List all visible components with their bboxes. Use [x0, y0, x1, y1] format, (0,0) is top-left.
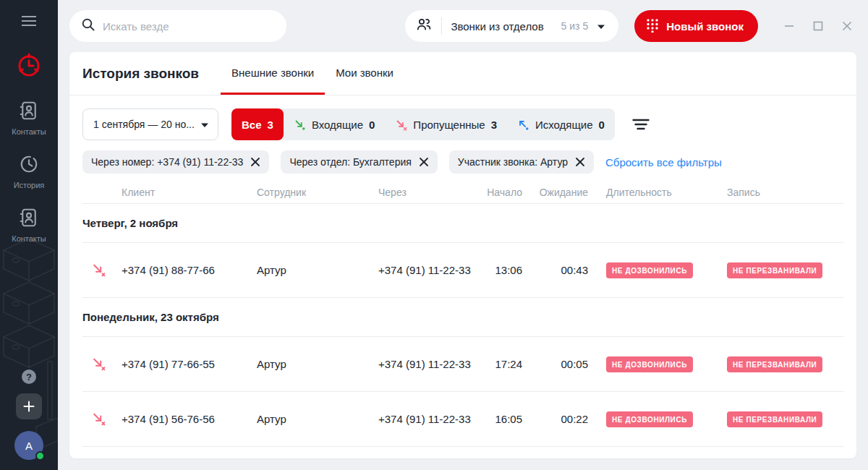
status-badge: НЕ ДОЗВОНИЛИСЬ: [606, 262, 693, 278]
status-badge: НЕ ПЕРЕЗВАНИВАЛИ: [727, 411, 822, 427]
topbar: Звонки из отделов 5 из 5 Новый звонок: [58, 0, 868, 52]
missed-call-icon: [82, 411, 122, 427]
chip-close-icon[interactable]: [575, 157, 585, 167]
wait-duration: 00:22: [522, 413, 588, 425]
employee-name: Артур: [257, 358, 378, 370]
group-icon: [415, 16, 433, 36]
wait-duration: 00:05: [522, 358, 588, 370]
global-search[interactable]: [69, 10, 286, 42]
column-header: Запись: [709, 187, 843, 198]
sidebar-item-contacts-1[interactable]: Контакты: [12, 100, 46, 136]
search-input[interactable]: [103, 20, 275, 33]
group-date-header: Понедельник, 23 октября: [82, 298, 843, 337]
start-time: 13:06: [487, 264, 522, 276]
menu-burger-icon[interactable]: [16, 10, 42, 35]
column-header: Клиент: [122, 187, 257, 198]
status-badge: НЕ ДОЗВОНИЛИСЬ: [606, 356, 693, 372]
filter-chip: Через отдел: Бухгалтерия: [281, 150, 437, 174]
chevron-down-icon: [597, 20, 605, 33]
maximize-button[interactable]: [813, 21, 823, 31]
outgoing-call-icon: [517, 119, 529, 131]
missed-call-icon: [395, 119, 407, 131]
filter-chip-label: Через отдел: Бухгалтерия: [289, 156, 411, 168]
segment-label: Входящие: [312, 119, 363, 131]
page-title: История звонков: [69, 66, 199, 82]
filters-row: 1 сентября — 20 но... Все3Входящие0Пропу…: [82, 108, 843, 140]
call-history-card: История звонков Внешние звонки Мои звонк…: [69, 52, 856, 458]
filter-chip-label: Через номер: +374 (91) 11-22-33: [91, 156, 243, 168]
column-header: Ожидание: [522, 187, 588, 198]
sidebar-item-label: История: [14, 181, 45, 189]
reset-all-filters-link[interactable]: Сбросить все фильтры: [605, 156, 722, 168]
filter-chip: Через номер: +374 (91) 11-22-33: [82, 150, 269, 174]
avatar[interactable]: A: [14, 431, 43, 460]
help-icon[interactable]: ?: [21, 369, 37, 388]
group-date-header: Четверг, 2 ноября: [82, 204, 843, 243]
active-filter-chips: Через номер: +374 (91) 11-22-33Через отд…: [82, 150, 843, 174]
call-row[interactable]: +374 (91) 77-66-55Артур+374 (91) 11-22-3…: [82, 337, 843, 392]
client-number: +374 (91) 77-66-55: [122, 358, 257, 370]
column-header: Сотрудник: [257, 187, 378, 198]
segment-count: 0: [369, 119, 375, 131]
segment-all[interactable]: Все3: [231, 108, 284, 140]
duration-cell: НЕ ДОЗВОНИЛИСЬ: [588, 356, 709, 372]
column-header: Через: [378, 187, 487, 198]
sidebar-item-contacts-2[interactable]: Контакты: [12, 207, 46, 243]
via-number: +374 (91) 11-22-33: [378, 358, 487, 370]
employee-name: Артур: [257, 264, 378, 276]
segment-missed-call[interactable]: Пропущенные3: [385, 108, 507, 140]
segment-label: Все: [242, 119, 262, 131]
minimize-button[interactable]: [784, 21, 794, 31]
column-header: Длительность: [588, 187, 709, 198]
segment-count: 3: [491, 119, 497, 131]
filter-icon[interactable]: [626, 111, 655, 137]
client-number: +374 (91) 88-77-66: [122, 264, 257, 276]
new-call-button[interactable]: Новый звонок: [634, 10, 758, 42]
start-time: 17:24: [487, 358, 522, 370]
missed-call-icon: [82, 356, 122, 372]
svg-text:?: ?: [26, 372, 32, 383]
add-button[interactable]: [16, 393, 42, 419]
segment-outgoing-call[interactable]: Исходящие0: [507, 108, 615, 140]
close-button[interactable]: [842, 21, 852, 31]
departments-dropdown[interactable]: Звонки из отделов 5 из 5: [405, 10, 618, 42]
incoming-call-icon: [294, 119, 306, 131]
missed-call-icon: [82, 262, 122, 278]
tab-external-calls[interactable]: Внешние звонки: [221, 52, 325, 95]
main-area: Звонки из отделов 5 из 5 Новый звонок: [58, 0, 868, 470]
tab-my-calls[interactable]: Мои звонки: [325, 52, 404, 95]
chip-close-icon[interactable]: [250, 157, 260, 167]
segment-incoming-call[interactable]: Входящие0: [284, 108, 385, 140]
via-number: +374 (91) 11-22-33: [378, 264, 487, 276]
divider: [441, 17, 442, 35]
record-cell: НЕ ПЕРЕЗВАНИВАЛИ: [709, 356, 843, 372]
departments-count: 5 из 5: [561, 20, 589, 32]
call-type-segments: Все3Входящие0Пропущенные3Исходящие0: [231, 108, 615, 140]
duration-cell: НЕ ДОЗВОНИЛИСЬ: [588, 262, 709, 278]
table-header: КлиентСотрудникЧерезНачалоОжиданиеДлител…: [82, 181, 843, 204]
dialpad-icon: [646, 18, 659, 35]
sidebar-item-label: Контакты: [12, 234, 46, 243]
date-range-dropdown[interactable]: 1 сентября — 20 но...: [82, 108, 218, 140]
status-badge: НЕ ДОЗВОНИЛИСЬ: [606, 411, 693, 427]
client-number: +374 (91) 56-76-56: [122, 413, 257, 425]
segment-label: Исходящие: [535, 119, 593, 131]
via-number: +374 (91) 11-22-33: [378, 413, 487, 425]
record-cell: НЕ ПЕРЕЗВАНИВАЛИ: [709, 411, 843, 427]
avatar-letter: A: [25, 440, 33, 452]
window-controls: [784, 21, 852, 31]
chip-close-icon[interactable]: [419, 157, 429, 167]
segment-count: 3: [268, 119, 273, 131]
departments-label: Звонки из отделов: [451, 20, 543, 33]
call-row[interactable]: +374 (91) 88-77-66Артур+374 (91) 11-22-3…: [82, 243, 843, 298]
sidebar-item-history[interactable]: История: [14, 153, 45, 189]
filter-chip-label: Участник звонка: Артур: [458, 156, 568, 168]
table-body: Четверг, 2 ноября+374 (91) 88-77-66Артур…: [82, 204, 843, 447]
call-row[interactable]: +374 (91) 56-76-56Артур+374 (91) 11-22-3…: [82, 392, 843, 447]
sidebar: Контакты История Контакты ?: [0, 0, 58, 470]
tabs: Внешние звонки Мои звонки: [221, 52, 404, 95]
start-time: 16:05: [487, 413, 522, 425]
filter-chip: Участник звонка: Артур: [449, 150, 594, 174]
new-call-label: Новый звонок: [666, 20, 744, 33]
card-header: История звонков Внешние звонки Мои звонк…: [69, 52, 856, 95]
